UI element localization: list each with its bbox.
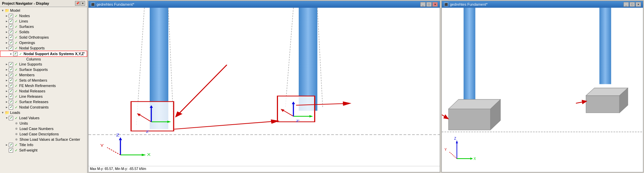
- primary-maximize-button[interactable]: □: [426, 2, 432, 7]
- primary-status-text: Max M-y: 65.57, Min M-y: -65.57 kNm: [90, 167, 146, 171]
- checkbox-femesh[interactable]: [9, 84, 13, 88]
- svg-rect-35: [442, 8, 643, 172]
- tree-item-femesh[interactable]: ►✓FE Mesh Refinements: [0, 83, 87, 88]
- checkbox-lines[interactable]: [9, 19, 13, 24]
- expand-icon-nodalsupaxis[interactable]: ►: [9, 52, 13, 56]
- tree-item-members[interactable]: ►✓Members: [0, 72, 87, 78]
- expand-icon-columns: [13, 57, 17, 61]
- svg-rect-38: [449, 109, 491, 130]
- tree-item-linerel[interactable]: ►✓Line Releases: [0, 94, 87, 99]
- svg-marker-9: [142, 154, 146, 156]
- secondary-close-button[interactable]: ✕: [636, 2, 641, 7]
- checkbox-linerel[interactable]: [9, 94, 13, 99]
- tree-item-nodalsupaxis[interactable]: ►✓Nodal Support Axis Systems X,Y,Z': [0, 51, 87, 57]
- tree-label-setsofmembers: Sets of Members: [19, 78, 47, 82]
- primary-titlebar-left: ⬛ gedrehtes Fundament*: [91, 2, 134, 7]
- expand-icon-nodalsup[interactable]: ▼: [5, 46, 9, 50]
- expand-icon-nodes[interactable]: ►: [5, 14, 9, 18]
- checkbox-titleinfo[interactable]: [9, 143, 13, 147]
- expand-icon-nodalrel[interactable]: ►: [5, 89, 9, 93]
- expand-icon-surfrel[interactable]: ►: [5, 100, 9, 104]
- expand-icon-femesh[interactable]: ►: [5, 84, 9, 88]
- tree-item-selfweight[interactable]: ✓Self-weight: [0, 147, 87, 153]
- expand-icon-solidortho[interactable]: ►: [5, 35, 9, 39]
- expand-icon-loadvalues[interactable]: ▼: [5, 116, 9, 120]
- checkbox-nodes[interactable]: [9, 14, 13, 18]
- expand-icon-solids[interactable]: ►: [5, 30, 9, 34]
- green-check-icon-nodalsup: ✓: [14, 46, 19, 50]
- tree-item-titleinfo[interactable]: ►✓Title Info: [0, 142, 87, 147]
- green-check-icon-solids: ✓: [14, 30, 19, 34]
- green-check-icon-femesh: ✓: [14, 83, 19, 88]
- tree-item-model[interactable]: ▼📁Model: [0, 8, 87, 13]
- panel-close-button[interactable]: ×: [80, 1, 85, 6]
- tree-item-linesup[interactable]: ►✓Line Supports: [0, 61, 87, 67]
- tree-item-nodalcon[interactable]: ►✓Nodal Constraints: [0, 104, 87, 110]
- expand-icon-setsofmembers[interactable]: ►: [5, 78, 9, 82]
- project-navigator-panel: Project Navigator - Display 📌 × ▼📁Model►…: [0, 0, 87, 173]
- checkbox-selfweight[interactable]: [9, 148, 13, 153]
- tree-item-loadvalues[interactable]: ▼✓Load Values: [0, 115, 87, 121]
- expand-icon-surfaces[interactable]: ►: [5, 25, 9, 29]
- tree-item-loadcasedesc[interactable]: ⊕Load Case Descriptions: [0, 131, 87, 137]
- svg-marker-28: [137, 113, 141, 116]
- primary-window-title: gedrehtes Fundament*: [97, 2, 134, 6]
- tree-item-showload[interactable]: ⊕Show Load Values at Surface Center: [0, 137, 87, 142]
- tree-label-members: Members: [19, 73, 35, 77]
- tree-item-openings[interactable]: ►✓Openings: [0, 40, 87, 45]
- tree-item-setsofmembers[interactable]: ►✓Sets of Members: [0, 78, 87, 83]
- checkbox-loadvalues[interactable]: [9, 116, 13, 120]
- expand-icon-showload: [9, 137, 13, 141]
- tree-item-lines[interactable]: ►✓Lines: [0, 18, 87, 24]
- checkbox-nodalsup[interactable]: [9, 46, 13, 50]
- tree-item-nodalrel[interactable]: ►✓Nodal Releases: [0, 88, 87, 94]
- checkbox-solidortho[interactable]: [9, 35, 13, 40]
- tree-label-loadvalues: Load Values: [19, 116, 39, 120]
- secondary-maximize-button[interactable]: □: [630, 2, 635, 7]
- tree-item-nodes[interactable]: ►✓Nodes: [0, 13, 87, 18]
- tree-item-loadcasenum[interactable]: ⊕Load Case Numbers: [0, 126, 87, 131]
- checkbox-linesup[interactable]: [9, 62, 13, 67]
- tree-item-surfaces[interactable]: ►✓Surfaces: [0, 24, 87, 29]
- expand-icon-lines[interactable]: ►: [5, 19, 9, 23]
- checkbox-members[interactable]: [9, 73, 13, 77]
- primary-minimize-button[interactable]: _: [420, 2, 426, 7]
- expand-icon-linerel[interactable]: ►: [5, 94, 9, 98]
- panel-pin-button[interactable]: 📌: [75, 1, 80, 6]
- secondary-minimize-button[interactable]: _: [623, 2, 629, 7]
- tree-item-units[interactable]: ⊕Units: [0, 121, 87, 126]
- checkbox-setsofmembers[interactable]: [9, 78, 13, 83]
- checkbox-openings[interactable]: [9, 41, 13, 45]
- green-check-icon-members: ✓: [14, 73, 19, 77]
- green-check-icon-titleinfo: ✓: [14, 142, 19, 147]
- svg-text:Z: Z: [454, 136, 457, 141]
- tree-item-surfrel[interactable]: ►✓Surface Releases: [0, 99, 87, 104]
- svg-line-5: [285, 8, 293, 107]
- checkbox-surfrel[interactable]: [9, 100, 13, 104]
- checkbox-surfsup[interactable]: [9, 68, 13, 72]
- tree-item-solidortho[interactable]: ►✓Solid Orthotropies: [0, 35, 87, 40]
- expand-icon-openings[interactable]: ►: [5, 41, 9, 45]
- svg-marker-49: [456, 140, 458, 143]
- tree-label-solids: Solids: [19, 30, 29, 34]
- tree-item-columns[interactable]: Columns: [0, 57, 87, 61]
- checkbox-surfaces[interactable]: [9, 25, 13, 29]
- checkbox-nodalsupaxis[interactable]: [13, 52, 17, 56]
- tree-label-model: Model: [10, 8, 20, 12]
- checkbox-nodalcon[interactable]: [9, 105, 13, 110]
- expand-icon-members[interactable]: ►: [5, 73, 9, 77]
- primary-close-button[interactable]: ✕: [432, 2, 438, 7]
- expand-icon-loads[interactable]: ▼: [1, 111, 5, 115]
- expand-icon-surfsup[interactable]: ►: [5, 68, 9, 72]
- tree-item-nodalsup[interactable]: ▼✓Nodal Supports: [0, 45, 87, 51]
- tree-item-loads[interactable]: ▼📁Loads: [0, 110, 87, 115]
- units-icon-showload: ⊕: [14, 137, 19, 142]
- expand-icon-nodalcon[interactable]: ►: [5, 105, 9, 109]
- checkbox-solids[interactable]: [9, 30, 13, 34]
- checkbox-nodalrel[interactable]: [9, 89, 13, 93]
- expand-icon-linesup[interactable]: ►: [5, 62, 9, 66]
- tree-item-surfsup[interactable]: ►✓Surface Supports: [0, 67, 87, 72]
- tree-item-solids[interactable]: ►✓Solids: [0, 29, 87, 35]
- expand-icon-titleinfo[interactable]: ►: [5, 143, 9, 147]
- expand-icon-model[interactable]: ▼: [1, 8, 5, 12]
